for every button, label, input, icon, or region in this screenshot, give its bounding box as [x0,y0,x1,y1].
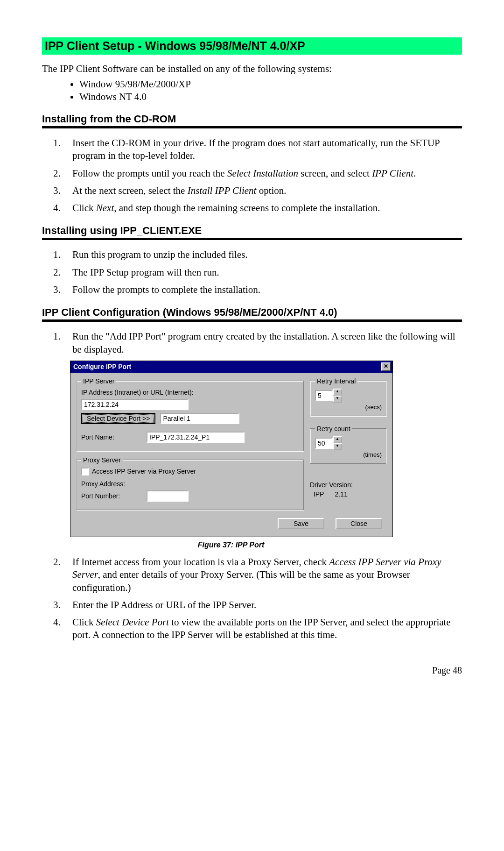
text: , and enter details of your Proxy Server… [72,569,410,593]
group-label: Retry count [315,425,352,433]
save-button[interactable]: Save [278,518,324,529]
spin-down-icon[interactable]: ▼ [333,396,342,403]
list-item: The IPP Setup program will then run. [63,266,462,279]
unit-label: (secs) [315,404,382,411]
list-item: Insert the CD-ROM in your drive. If the … [63,137,462,163]
text: , and step though the remaining screens … [114,202,380,213]
divider [42,238,462,240]
device-port-input[interactable] [160,413,239,424]
text: option. [256,185,286,196]
emphasis: IPP Client [372,168,413,179]
text: screen, and select [298,168,372,179]
close-icon[interactable]: ✕ [381,362,391,371]
list-item: Follow the prompts to complete the insta… [63,284,462,296]
list-item: Follow the prompts until you reach the S… [63,167,462,180]
divider [42,126,462,128]
list-item: Windows NT 4.0 [79,91,462,103]
text: At the next screen, select the [72,185,188,196]
proxy-port-label: Port Number: [81,492,142,500]
retry-count-input[interactable] [315,438,333,449]
list-item: At the next screen, select the Install I… [63,184,462,197]
group-label: Retry Interval [315,377,357,385]
text: If Internet access from your location is… [72,556,329,567]
proxy-checkbox-label: Access IPP Server via Proxy Server [92,468,196,475]
text: Click [72,202,96,213]
proxy-checkbox[interactable] [81,468,89,475]
retry-count-group: Retry count ▲ ▼ (times) [310,425,387,464]
emphasis: Next [96,202,114,213]
main-heading: IPP Client Setup - Windows 95/98/Me/NT 4… [42,37,462,55]
proxy-address-label: Proxy Address: [81,480,142,488]
group-label: Proxy Server [81,456,123,464]
port-name-label: Port Name: [81,433,142,441]
emphasis: Select Installation [227,168,298,179]
list-item: Enter the IP Address or URL of the IPP S… [63,599,462,611]
emphasis: Install IPP Client [188,185,257,196]
list-item: If Internet access from your location is… [63,556,462,594]
dialog-titlebar[interactable]: Configure IPP Port ✕ [70,361,392,373]
retry-interval-group: Retry Interval ▲ ▼ (secs) [310,377,387,417]
retry-interval-input[interactable] [315,390,333,401]
list-item: Click Next, and step though the remainin… [63,202,462,214]
ip-address-input[interactable] [81,399,189,410]
page-number: Page 48 [42,665,462,676]
divider [42,319,462,322]
spin-up-icon[interactable]: ▲ [333,389,342,396]
section-heading-cdrom: Installing from the CD-ROM [42,113,462,125]
exe-steps: Run this program to unzip the included f… [42,248,462,296]
cdrom-steps: Insert the CD-ROM in your drive. If the … [42,137,462,214]
list-item: Window 95/98/Me/2000/XP [79,78,462,90]
text: Click [72,617,96,628]
proxy-server-group: Proxy Server Access IPP Server via Proxy… [76,456,304,511]
section-heading-config: IPP Client Configuration (Windows 95/98/… [42,306,462,319]
select-device-port-button[interactable]: Select Device Port >> [81,413,155,424]
proxy-port-input[interactable] [147,490,189,502]
config-steps: Run the "Add IPP Port" program entry cre… [42,330,462,356]
spin-up-icon[interactable]: ▲ [333,436,342,443]
list-item: Run this program to unzip the included f… [63,248,462,261]
driver-version-label: Driver Version: [310,481,387,489]
text: . [413,168,416,179]
section-heading-exe: Installing using IPP_CLIENT.EXE [42,225,462,237]
emphasis: Select Device Port [96,617,169,628]
port-name-input[interactable] [147,432,245,443]
dialog-figure: Configure IPP Port ✕ IPP Server IP Addre… [70,361,462,537]
unit-label: (times) [315,451,382,458]
group-label: IPP Server [81,377,116,385]
ip-label: IP Address (Intranet) or URL (Internet): [81,389,299,396]
spin-down-icon[interactable]: ▼ [333,443,342,450]
driver-name: IPP [314,490,324,498]
list-item: Click Select Device Port to view the ava… [63,616,462,642]
list-item: Run the "Add IPP Port" program entry cre… [63,330,462,356]
text: Follow the prompts until you reach the [72,168,227,179]
close-button[interactable]: Close [336,518,382,529]
driver-version-value: 2.11 [335,490,347,498]
figure-caption: Figure 37: IPP Port [70,541,392,549]
driver-version-block: Driver Version: IPP 2.11 [310,481,387,498]
dialog-title: Configure IPP Port [73,363,131,370]
intro-text: The IPP Client Software can be installed… [42,63,462,75]
os-list: Window 95/98/Me/2000/XP Windows NT 4.0 [42,78,462,103]
config-steps-continued: If Internet access from your location is… [42,556,462,642]
ipp-server-group: IPP Server IP Address (Intranet) or URL … [76,377,304,452]
configure-ipp-dialog: Configure IPP Port ✕ IPP Server IP Addre… [70,361,393,537]
